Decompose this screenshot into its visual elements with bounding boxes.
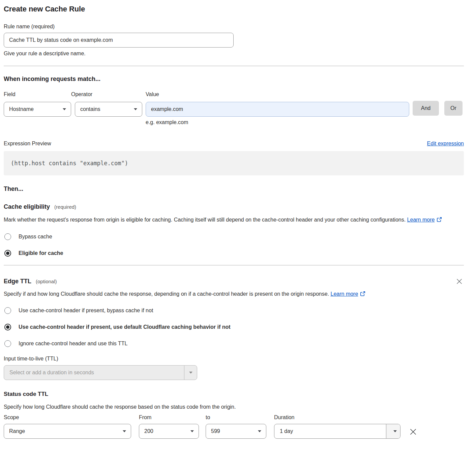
- status-code-ttl-heading: Status code TTL: [4, 391, 464, 398]
- radio-label: Bypass cache: [19, 234, 52, 240]
- to-column: to 599: [206, 414, 266, 439]
- spacer: [409, 91, 439, 101]
- chevron-down-icon: [190, 430, 194, 432]
- cache-eligibility-header: Cache eligibility (required): [4, 203, 464, 210]
- value-input[interactable]: example.com: [146, 102, 409, 117]
- cache-eligibility-description: Mark whether the request's response from…: [4, 215, 464, 225]
- match-row: Field Hostname Operator contains Value e…: [4, 91, 464, 125]
- from-label: From: [139, 414, 199, 420]
- cache-eligibility-title: Cache eligibility: [4, 203, 50, 210]
- expression-code-block: (http.host contains "example.com"): [4, 151, 464, 175]
- operator-select-value: contains: [80, 106, 100, 112]
- rule-name-label: Rule name (required): [4, 24, 464, 30]
- ttl-duration-dropdown-button[interactable]: [184, 366, 197, 380]
- status-code-ttl-row: Scope Range From 200 to 599 Duration 1 d…: [4, 414, 464, 439]
- ttl-duration-placeholder: Select or add a duration in seconds: [4, 366, 184, 380]
- value-help: e.g. example.com: [146, 119, 409, 125]
- duration-dropdown-button[interactable]: [386, 424, 400, 438]
- chevron-down-icon: [393, 430, 397, 432]
- from-select[interactable]: 200: [139, 424, 199, 439]
- chevron-down-icon: [189, 372, 192, 374]
- edge-ttl-description-text: Specify if and how long Cloudflare shoul…: [4, 291, 329, 297]
- external-link-icon: [437, 216, 442, 225]
- rule-name-input[interactable]: Cache TTL by status code on example.com: [4, 33, 234, 48]
- spacer: [439, 91, 463, 101]
- match-heading: When incoming requests match...: [4, 76, 464, 83]
- value-label: Value: [146, 91, 409, 97]
- from-select-value: 200: [144, 428, 153, 434]
- radio-use-header-default[interactable]: Use cache-control header if present, use…: [4, 324, 464, 330]
- ttl-duration-select[interactable]: Select or add a duration in seconds: [4, 365, 197, 380]
- duration-select[interactable]: 1 day: [274, 424, 400, 439]
- expression-preview-row: Expression Preview Edit expression: [4, 141, 464, 147]
- scope-column: Scope Range: [4, 414, 131, 439]
- chevron-down-icon: [134, 108, 137, 110]
- operator-label: Operator: [71, 91, 142, 97]
- radio-label: Ignore cache-control header and use this…: [19, 341, 127, 347]
- to-select-value: 599: [211, 428, 220, 434]
- chevron-down-icon: [258, 430, 261, 432]
- page-title: Create new Cache Rule: [4, 5, 464, 13]
- field-select-value: Hostname: [9, 106, 34, 112]
- value-column: Value example.com e.g. example.com: [146, 91, 409, 125]
- rule-name-value: Cache TTL by status code on example.com: [9, 37, 113, 43]
- then-heading: Then...: [4, 185, 464, 193]
- operator-select[interactable]: contains: [75, 102, 142, 117]
- radio-eligible-for-cache[interactable]: Eligible for cache: [4, 250, 464, 257]
- chevron-down-icon: [123, 430, 126, 432]
- close-icon[interactable]: [455, 277, 463, 285]
- radio-use-header-bypass[interactable]: Use cache-control header if present, byp…: [4, 307, 464, 314]
- radio-icon: [4, 233, 11, 240]
- to-select[interactable]: 599: [206, 424, 266, 439]
- scope-select-value: Range: [9, 428, 25, 434]
- cache-eligibility-description-text: Mark whether the request's response from…: [4, 217, 406, 223]
- remove-row-icon[interactable]: [409, 427, 417, 436]
- optional-tag: (optional): [36, 279, 57, 284]
- field-label: Field: [4, 91, 71, 97]
- status-code-ttl-description: Specify how long Cloudflare should cache…: [4, 402, 464, 412]
- radio-label: Use cache-control header if present, byp…: [19, 308, 153, 314]
- expression-preview-label: Expression Preview: [4, 141, 51, 147]
- duration-column: Duration 1 day: [274, 414, 400, 439]
- section-divider: [4, 265, 464, 265]
- external-link-icon: [360, 290, 365, 299]
- or-column: Or: [439, 91, 463, 116]
- scope-select[interactable]: Range: [4, 424, 131, 439]
- radio-icon-checked: [4, 250, 11, 257]
- edge-ttl-learn-more-link[interactable]: Learn more: [331, 291, 358, 297]
- chevron-down-icon: [63, 108, 66, 110]
- radio-label: Eligible for cache: [19, 250, 63, 256]
- cache-eligibility-learn-more-link[interactable]: Learn more: [407, 217, 435, 223]
- and-button[interactable]: And: [413, 101, 439, 116]
- rule-name-help: Give your rule a descriptive name.: [4, 51, 464, 57]
- required-tag: (required): [54, 204, 76, 210]
- and-column: And: [409, 91, 439, 116]
- edit-expression-link[interactable]: Edit expression: [427, 141, 464, 147]
- radio-label: Use cache-control header if present, use…: [19, 324, 231, 330]
- radio-ignore-header[interactable]: Ignore cache-control header and use this…: [4, 340, 464, 347]
- to-label: to: [206, 414, 266, 420]
- duration-select-value: 1 day: [274, 424, 386, 438]
- duration-label: Duration: [274, 414, 400, 420]
- expression-code: (http.host contains "example.com"): [11, 160, 128, 167]
- operator-column: Operator contains: [71, 91, 142, 117]
- rule-name-group: Rule name (required) Cache TTL by status…: [4, 24, 464, 57]
- field-select[interactable]: Hostname: [4, 102, 71, 117]
- edge-ttl-title: Edge TTL: [4, 278, 31, 285]
- edge-ttl-description: Specify if and how long Cloudflare shoul…: [4, 289, 381, 299]
- section-divider: [4, 66, 464, 66]
- radio-icon: [4, 307, 11, 314]
- ttl-input-label: Input time-to-live (TTL): [4, 356, 464, 362]
- or-button[interactable]: Or: [444, 101, 463, 116]
- edge-ttl-header: Edge TTL (optional): [4, 277, 464, 285]
- radio-bypass-cache[interactable]: Bypass cache: [4, 233, 464, 240]
- field-column: Field Hostname: [4, 91, 71, 117]
- create-cache-rule-form: Create new Cache Rule Rule name (require…: [0, 0, 476, 449]
- scope-label: Scope: [4, 414, 131, 420]
- radio-icon-checked: [4, 324, 11, 330]
- from-column: From 200: [139, 414, 199, 439]
- radio-icon: [4, 340, 11, 347]
- value-input-value: example.com: [151, 106, 183, 112]
